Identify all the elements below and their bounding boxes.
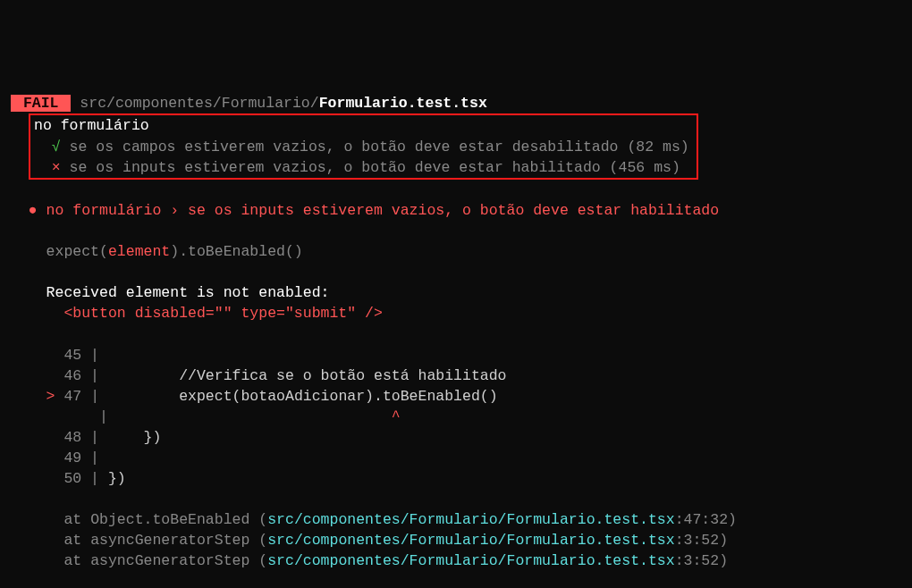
expect-element: element [108, 243, 170, 260]
line-45-bar: | [81, 347, 99, 364]
line-47-num: 47 [55, 388, 82, 405]
line-48-code: }) [99, 429, 161, 446]
line-49-bar: | [81, 449, 99, 466]
stack-2-prefix: at asyncGeneratorStep ( [63, 532, 267, 549]
fail-test-name: se os inputs estiverem vazios, o botão d… [61, 159, 680, 176]
line-47-code: expect(botaoAdicionar).toBeEnabled() [99, 388, 498, 405]
stack-3-prefix: at asyncGeneratorStep ( [63, 552, 267, 569]
line-47-bar: | [81, 388, 99, 405]
stack-1-prefix: at Object.toBeEnabled ( [63, 511, 267, 528]
pass-icon: √ [52, 139, 61, 155]
line-45-num: 45 [46, 347, 82, 364]
caret-mark: ^ [108, 408, 401, 425]
stack-3-path: src/componentes/Formulario/Formulario.te… [267, 552, 674, 569]
failure-title: no formulário › se os inputs estiverem v… [38, 202, 719, 219]
expect-prefix: expect( [46, 243, 108, 260]
pass-test-name: se os campos estiverem vazios, o botão d… [61, 139, 689, 155]
line-48-num: 48 [46, 429, 82, 446]
line-46-num: 46 [46, 367, 82, 384]
fail-icon: × [52, 159, 61, 176]
file-path-dir: src/componentes/Formulario/ [80, 95, 318, 112]
line-46-code: //Verifica se o botão está habilitado [99, 367, 506, 384]
stack-2-loc: :3:52) [675, 532, 728, 549]
suite-highlight-box: no formulário √ se os campos estiverem v… [29, 113, 698, 179]
stack-3-loc: :3:52) [675, 552, 728, 569]
stack-2-path: src/componentes/Formulario/Formulario.te… [267, 532, 674, 549]
stack-1-loc: :47:32) [675, 511, 737, 528]
caret-num [46, 408, 82, 425]
received-html: <button disabled="" type="submit" /> [46, 305, 383, 322]
pointer-icon: > [46, 388, 55, 405]
line-50-code: }) [99, 470, 126, 487]
file-path-name: Formulario.test.tsx [319, 95, 487, 112]
bullet-icon: ● [29, 202, 38, 219]
line-48-bar: | [81, 429, 99, 446]
line-50-bar: | [81, 470, 99, 487]
fail-badge: FAIL [11, 95, 71, 112]
line-50-num: 50 [46, 470, 82, 487]
stack-1-path: src/componentes/Formulario/Formulario.te… [267, 511, 674, 528]
received-msg: Received element is not enabled: [46, 284, 330, 301]
test-header: FAIL src/componentes/Formulario/Formular… [11, 95, 487, 112]
expect-suffix: ).toBeEnabled() [170, 243, 303, 260]
caret-bar: | [90, 408, 108, 425]
describe-name: no formulário [34, 117, 149, 134]
line-49-num: 49 [46, 449, 82, 466]
line-46-bar: | [81, 367, 99, 384]
